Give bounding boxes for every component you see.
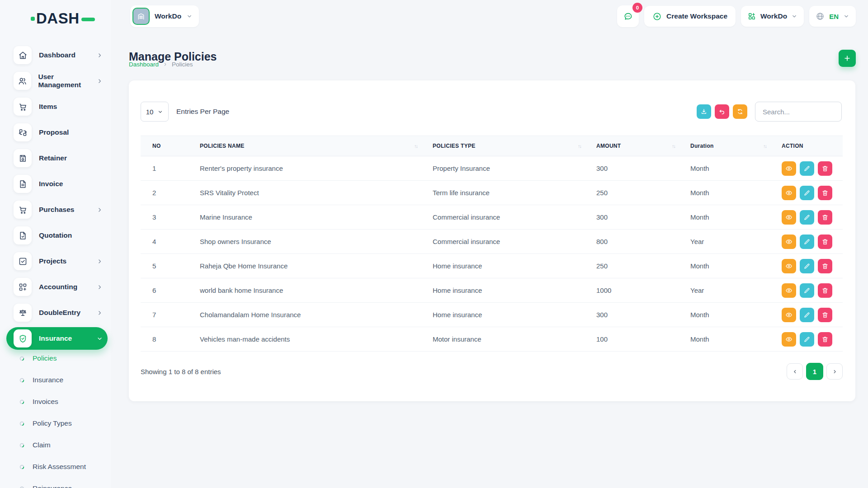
delete-button[interactable] [818, 308, 832, 322]
cell-duration: Month [679, 205, 770, 230]
sidebar-item-user-management[interactable]: User Management [6, 70, 108, 92]
brand-logo[interactable]: DASH [31, 10, 95, 27]
cell-action [770, 278, 843, 303]
undo-button[interactable] [715, 104, 729, 119]
sidebar-subitem-policies[interactable]: Policies [6, 347, 108, 369]
sidebar-menu: DashboardUser ManagementItemsProposalRet… [6, 44, 108, 353]
workspace-grid-icon [747, 12, 756, 21]
pagination-prev-button[interactable] [787, 363, 803, 380]
cell-duration: Month [679, 327, 770, 352]
logo-text: DASH [36, 10, 80, 27]
workspace-menu[interactable]: WorkDo [741, 6, 804, 27]
sort-icon[interactable]: ↑↓ [414, 143, 417, 149]
pagination-next-button[interactable] [826, 363, 843, 380]
delete-button[interactable] [818, 235, 832, 249]
eye-icon [785, 263, 793, 270]
edit-button[interactable] [800, 210, 814, 225]
trash-icon [821, 336, 829, 343]
sidebar-item-retainer[interactable]: Retainer [6, 147, 108, 169]
sidebar-item-items[interactable]: Items [6, 95, 108, 118]
edit-button[interactable] [800, 283, 814, 298]
entries-per-page-select[interactable]: 10 [141, 102, 169, 122]
edit-button[interactable] [800, 186, 814, 200]
sidebar-item-label: Insurance [39, 334, 72, 343]
delete-button[interactable] [818, 161, 832, 176]
sort-icon[interactable]: ↑↓ [763, 143, 766, 149]
cell-policy-type: Commercial insurance [421, 230, 585, 254]
cell-action [770, 327, 843, 352]
sidebar-subitem-risk-assessment[interactable]: Risk Assessment [6, 456, 108, 478]
pencil-icon [803, 287, 811, 294]
cell-policy-type: Home insurance [421, 254, 585, 278]
chevron-right-icon [163, 62, 168, 67]
create-workspace-button[interactable]: Create Workspace [644, 6, 736, 27]
edit-button[interactable] [800, 308, 814, 322]
sidebar-item-accounting[interactable]: Accounting [6, 276, 108, 298]
delete-button[interactable] [818, 259, 832, 273]
trash-icon [821, 287, 829, 294]
cell-policy-name: Renter's property insurance [188, 156, 421, 181]
table-toolbar [697, 104, 747, 119]
chevron-right-icon [96, 258, 103, 265]
edit-button[interactable] [800, 235, 814, 249]
cell-policy-name: Cholamandalam Home Insurance [188, 303, 421, 327]
sidebar-subitem-invoices[interactable]: Invoices [6, 391, 108, 413]
entries-per-page-value: 10 [146, 108, 154, 116]
scales-icon [14, 304, 32, 322]
search-input[interactable] [755, 102, 842, 122]
pagination-page-1-button[interactable]: 1 [806, 363, 823, 380]
view-button[interactable] [782, 308, 796, 322]
breadcrumb-dashboard-link[interactable]: Dashboard [129, 61, 159, 68]
edit-button[interactable] [800, 332, 814, 347]
sort-icon[interactable]: ↑↓ [578, 143, 581, 149]
cell-action [770, 205, 843, 230]
view-button[interactable] [782, 186, 796, 200]
sidebar-item-quotation[interactable]: Quotation [6, 224, 108, 247]
pencil-icon [803, 311, 811, 319]
cell-policy-type: Commercial insurance [421, 205, 585, 230]
language-selector[interactable]: EN [809, 6, 856, 27]
sort-icon[interactable]: ↑↓ [672, 143, 675, 149]
column-header-policies-type[interactable]: POLICIES TYPE↑↓ [421, 136, 585, 156]
view-button[interactable] [782, 161, 796, 176]
cell-amount: 300 [585, 156, 679, 181]
sidebar-subitem-reinsurance[interactable]: Reinsurance [6, 478, 108, 488]
messages-badge: 0 [632, 3, 642, 13]
sidebar-item-purchases[interactable]: Purchases [6, 198, 108, 221]
sidebar-item-invoice[interactable]: Invoice [6, 173, 108, 195]
sidebar-item-label: Retainer [39, 154, 67, 162]
column-header-amount[interactable]: AMOUNT↑↓ [585, 136, 679, 156]
download-button[interactable] [697, 104, 711, 119]
sidebar-subitem-insurance[interactable]: Insurance [6, 369, 108, 391]
view-button[interactable] [782, 332, 796, 347]
sidebar-item-proposal[interactable]: Proposal [6, 121, 108, 144]
sidebar-item-label: User Management [38, 73, 97, 89]
add-policy-button[interactable] [839, 50, 856, 67]
sidebar-item-projects[interactable]: Projects [6, 250, 108, 272]
create-workspace-label: Create Workspace [666, 12, 727, 20]
sidebar-subitem-policy-types[interactable]: Policy Types [6, 413, 108, 434]
download-icon [700, 108, 708, 115]
delete-button[interactable] [818, 283, 832, 298]
view-button[interactable] [782, 210, 796, 225]
column-header-duration[interactable]: Duration↑↓ [679, 136, 770, 156]
sidebar-item-dashboard[interactable]: Dashboard [6, 44, 108, 66]
workspace-selector[interactable]: WorkDo [130, 5, 199, 27]
edit-button[interactable] [800, 161, 814, 176]
sidebar-item-doubleentry[interactable]: DoubleEntry [6, 301, 108, 324]
workspace-menu-label: WorkDo [760, 12, 787, 20]
sidebar-subitem-claim[interactable]: Claim [6, 434, 108, 456]
view-button[interactable] [782, 259, 796, 273]
delete-button[interactable] [818, 332, 832, 347]
column-header-policies-name[interactable]: POLICIES NAME↑↓ [188, 136, 421, 156]
delete-button[interactable] [818, 186, 832, 200]
delete-button[interactable] [818, 210, 832, 225]
view-button[interactable] [782, 283, 796, 298]
plus-icon [843, 54, 851, 62]
edit-button[interactable] [800, 259, 814, 273]
view-button[interactable] [782, 235, 796, 249]
messages-button[interactable]: 0 [617, 5, 639, 27]
cell-policy-name: Vehicles man-made accidents [188, 327, 421, 352]
refresh-button[interactable] [733, 104, 747, 119]
table-footer: Showing 1 to 8 of 8 entries 1 [141, 361, 843, 382]
